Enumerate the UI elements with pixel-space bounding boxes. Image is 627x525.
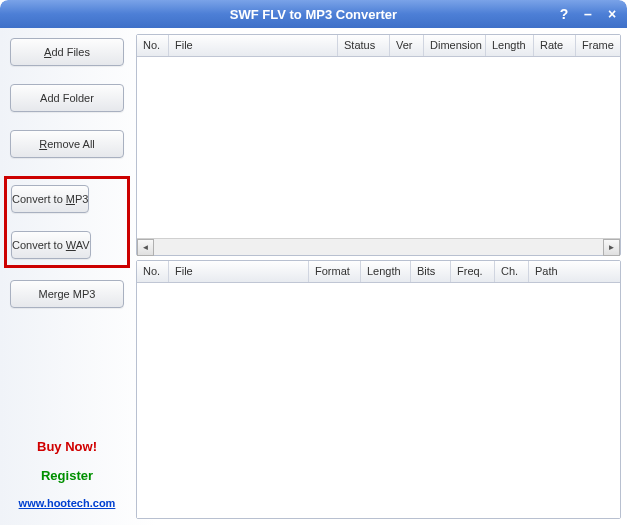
source-files-list[interactable]: No. File Status Ver Dimension Length Rat… bbox=[136, 34, 621, 256]
source-list-header: No. File Status Ver Dimension Length Rat… bbox=[137, 35, 620, 57]
buy-now-link[interactable]: Buy Now! bbox=[10, 439, 124, 454]
main-panel: No. File Status Ver Dimension Length Rat… bbox=[136, 34, 621, 519]
add-files-button[interactable]: Add Files bbox=[10, 38, 124, 66]
col-dimension[interactable]: Dimension bbox=[424, 35, 486, 56]
output-list-header: No. File Format Length Bits Freq. Ch. Pa… bbox=[137, 261, 620, 283]
minimize-button[interactable]: – bbox=[581, 6, 595, 22]
col-path[interactable]: Path bbox=[529, 261, 620, 282]
col-no[interactable]: No. bbox=[137, 35, 169, 56]
app-window: SWF FLV to MP3 Converter ? – × Add Files… bbox=[0, 0, 627, 525]
sidebar: Add Files Add Folder Remove All Convert … bbox=[0, 34, 128, 519]
website-link[interactable]: www.hootech.com bbox=[10, 497, 124, 509]
output-list-body[interactable] bbox=[137, 283, 620, 518]
scroll-left-icon[interactable]: ◄ bbox=[137, 239, 154, 256]
col-frame[interactable]: Frame bbox=[576, 35, 620, 56]
source-hscroll[interactable]: ◄ ► bbox=[137, 238, 620, 255]
col-format[interactable]: Format bbox=[309, 261, 361, 282]
col-bits[interactable]: Bits bbox=[411, 261, 451, 282]
convert-to-mp3-button[interactable]: Convert to MP3 bbox=[11, 185, 89, 213]
col-rate[interactable]: Rate bbox=[534, 35, 576, 56]
convert-highlight: Convert to MP3 Convert to WAV bbox=[4, 176, 130, 268]
titlebar[interactable]: SWF FLV to MP3 Converter ? – × bbox=[0, 0, 627, 28]
remove-all-button[interactable]: Remove All bbox=[10, 130, 124, 158]
help-button[interactable]: ? bbox=[557, 6, 571, 22]
col-length[interactable]: Length bbox=[361, 261, 411, 282]
convert-to-wav-button[interactable]: Convert to WAV bbox=[11, 231, 91, 259]
col-status[interactable]: Status bbox=[338, 35, 390, 56]
source-list-body[interactable] bbox=[137, 57, 620, 238]
scroll-right-icon[interactable]: ► bbox=[603, 239, 620, 256]
col-ch[interactable]: Ch. bbox=[495, 261, 529, 282]
content-area: Add Files Add Folder Remove All Convert … bbox=[0, 28, 627, 525]
add-folder-button[interactable]: Add Folder bbox=[10, 84, 124, 112]
col-length[interactable]: Length bbox=[486, 35, 534, 56]
col-no[interactable]: No. bbox=[137, 261, 169, 282]
col-file[interactable]: File bbox=[169, 261, 309, 282]
output-files-list[interactable]: No. File Format Length Bits Freq. Ch. Pa… bbox=[136, 260, 621, 519]
register-link[interactable]: Register bbox=[10, 468, 124, 483]
col-ver[interactable]: Ver bbox=[390, 35, 424, 56]
window-title: SWF FLV to MP3 Converter bbox=[230, 7, 397, 22]
col-file[interactable]: File bbox=[169, 35, 338, 56]
col-freq[interactable]: Freq. bbox=[451, 261, 495, 282]
merge-mp3-button[interactable]: Merge MP3 bbox=[10, 280, 124, 308]
close-button[interactable]: × bbox=[605, 6, 619, 22]
titlebar-controls: ? – × bbox=[557, 6, 619, 22]
